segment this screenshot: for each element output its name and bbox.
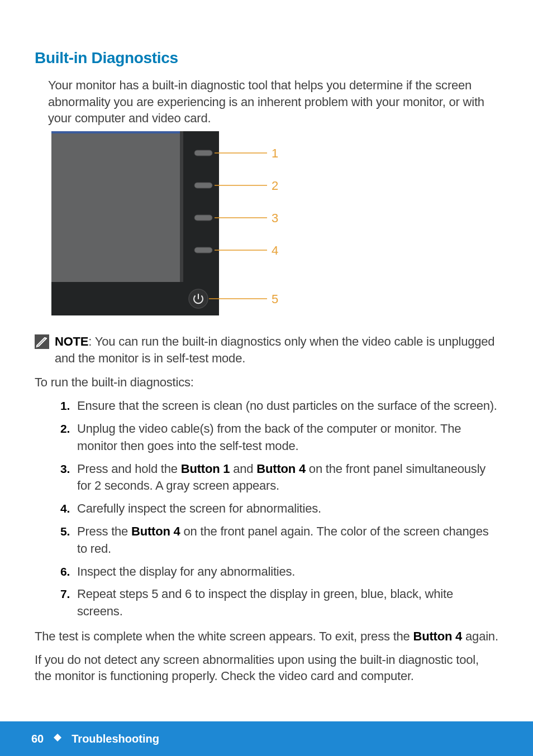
text-run: Press and hold the bbox=[77, 462, 181, 476]
svg-rect-1 bbox=[51, 131, 183, 133]
page-footer: 60 Troubleshooting bbox=[0, 721, 533, 756]
note-body: : You can run the built-in diagnostics o… bbox=[55, 334, 494, 365]
note-pencil-icon bbox=[35, 334, 49, 351]
step-item: 5.Press the Button 4 on the front panel … bbox=[60, 523, 498, 558]
post-paragraph-1: The test is complete when the white scre… bbox=[35, 628, 498, 645]
svg-rect-2 bbox=[180, 131, 183, 282]
svg-marker-17 bbox=[54, 734, 61, 741]
svg-rect-4 bbox=[194, 183, 212, 188]
text-run: The test is complete when the white scre… bbox=[35, 629, 413, 643]
step-number: 3. bbox=[60, 461, 70, 477]
svg-rect-0 bbox=[51, 131, 180, 282]
step-item: 2.Unplug the video cable(s) from the bac… bbox=[60, 420, 498, 455]
svg-rect-5 bbox=[194, 215, 212, 221]
svg-rect-6 bbox=[194, 247, 212, 253]
steps-list: 1.Ensure that the screen is clean (no du… bbox=[60, 398, 498, 620]
step-number: 2. bbox=[60, 420, 70, 437]
diagram-svg: 1 2 3 4 5 bbox=[51, 131, 280, 315]
page: Built-in Diagnostics Your monitor has a … bbox=[0, 0, 533, 756]
text-run: Ensure that the screen is clean (no dust… bbox=[77, 399, 497, 413]
step-item: 6.Inspect the display for any abnormalit… bbox=[60, 563, 498, 581]
step-number: 1. bbox=[60, 398, 70, 414]
diagram-label-5: 5 bbox=[272, 292, 278, 306]
page-number: 60 bbox=[31, 733, 44, 745]
monitor-diagram: 1 2 3 4 5 bbox=[51, 131, 498, 318]
text-run: Repeat steps 5 and 6 to inspect the disp… bbox=[77, 587, 453, 618]
diagram-label-2: 2 bbox=[272, 179, 278, 193]
section-heading: Built-in Diagnostics bbox=[35, 49, 498, 67]
bold-text: Button 4 bbox=[131, 524, 180, 538]
step-item: 3.Press and hold the Button 1 and Button… bbox=[60, 461, 498, 495]
intro-paragraph: Your monitor has a built-in diagnostic t… bbox=[48, 77, 498, 127]
footer-section-name: Troubleshooting bbox=[72, 733, 159, 745]
step-item: 1.Ensure that the screen is clean (no du… bbox=[60, 398, 498, 415]
post-paragraph-2: If you do not detect any screen abnormal… bbox=[35, 652, 498, 685]
text-run: again. bbox=[462, 629, 498, 643]
text-run: Press the bbox=[77, 524, 131, 538]
pre-steps-text: To run the built-in diagnostics: bbox=[35, 374, 498, 391]
step-item: 7.Repeat steps 5 and 6 to inspect the di… bbox=[60, 586, 498, 620]
svg-rect-3 bbox=[194, 150, 212, 156]
text-run: and bbox=[230, 462, 256, 476]
diagram-label-4: 4 bbox=[272, 243, 278, 257]
step-number: 6. bbox=[60, 563, 70, 580]
bold-text: Button 4 bbox=[413, 629, 463, 643]
text-run: Unplug the video cable(s) from the back … bbox=[77, 422, 461, 453]
note-block: NOTE: You can run the built-in diagnosti… bbox=[35, 333, 498, 366]
bold-text: Button 4 bbox=[256, 462, 306, 476]
diagram-label-3: 3 bbox=[272, 211, 278, 225]
note-label: NOTE bbox=[55, 334, 88, 348]
step-number: 4. bbox=[60, 500, 70, 516]
step-number: 5. bbox=[60, 523, 70, 539]
bold-text: Button 1 bbox=[181, 462, 230, 476]
footer-diamond-icon bbox=[54, 734, 61, 744]
note-text: NOTE: You can run the built-in diagnosti… bbox=[55, 333, 498, 366]
text-run: Inspect the display for any abnormalitie… bbox=[77, 564, 295, 578]
text-run: Carefully inspect the screen for abnorma… bbox=[77, 501, 321, 515]
step-number: 7. bbox=[60, 586, 70, 602]
diagram-label-1: 1 bbox=[272, 146, 278, 160]
step-item: 4.Carefully inspect the screen for abnor… bbox=[60, 500, 498, 518]
content-area: Built-in Diagnostics Your monitor has a … bbox=[0, 0, 533, 685]
